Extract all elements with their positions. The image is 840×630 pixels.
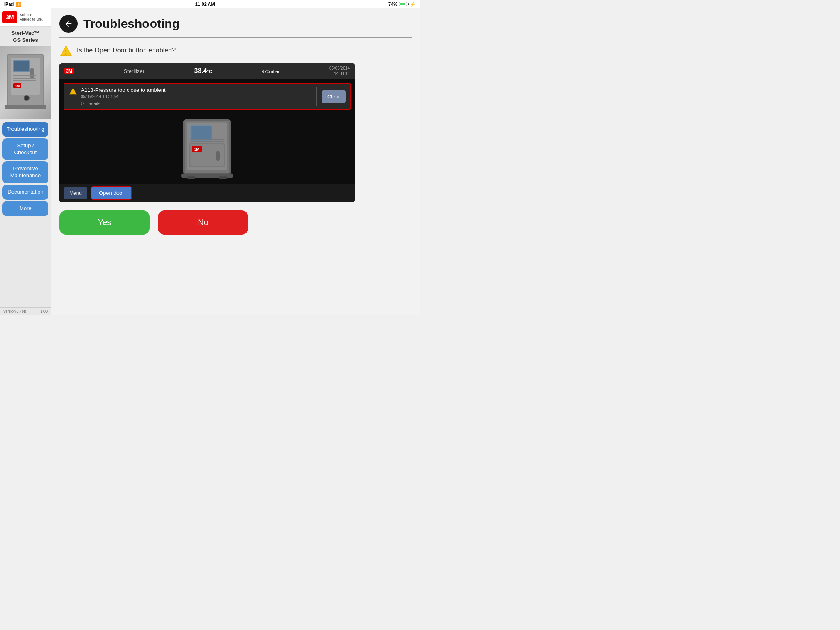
svg-rect-33 bbox=[219, 176, 227, 179]
screen-title: Sterilizer bbox=[124, 68, 145, 74]
3m-logo: 3M bbox=[2, 11, 17, 23]
alert-details: ◎ Details--- bbox=[81, 100, 311, 106]
sidebar-version: Version 0.4(4) 1.00 bbox=[0, 307, 51, 315]
alert-popup: ! A118-Pressure too close to ambient 05/… bbox=[64, 83, 351, 110]
page-header: Troubleshooting bbox=[59, 15, 412, 38]
svg-rect-11 bbox=[5, 105, 46, 109]
svg-point-13 bbox=[25, 96, 29, 100]
warning-section: ! Is the Open Door button enabled? bbox=[59, 44, 412, 57]
question-text: Is the Open Door button enabled? bbox=[77, 44, 176, 55]
main-content: Troubleshooting ! Is the Open Door butto… bbox=[51, 8, 420, 315]
svg-rect-26 bbox=[216, 151, 220, 161]
alert-divider bbox=[316, 87, 317, 106]
no-button[interactable]: No bbox=[158, 210, 248, 235]
svg-rect-6 bbox=[13, 75, 36, 76]
version-label: Version 0.4(4) bbox=[3, 309, 26, 313]
alert-content: ! A118-Pressure too close to ambient 05/… bbox=[68, 87, 311, 106]
status-right: 74% ⚡ bbox=[388, 2, 416, 7]
battery-percent: 74% bbox=[388, 2, 397, 7]
sterilizer-screen-svg: 3M bbox=[166, 115, 248, 179]
status-left: iPad 📶 bbox=[4, 2, 21, 7]
sidebar: 3M Science. Applied to Life. Steri-Vac™ … bbox=[0, 8, 51, 315]
svg-rect-32 bbox=[187, 176, 195, 179]
wifi-icon: 📶 bbox=[16, 2, 21, 7]
screen-datetime: 05/05/2014 14:34:14 bbox=[329, 66, 350, 76]
sidebar-header: 3M Science. Applied to Life. bbox=[0, 8, 51, 27]
sidebar-nav: Troubleshooting Setup / Checkout Prevent… bbox=[0, 119, 51, 307]
nav-setup-checkout[interactable]: Setup / Checkout bbox=[2, 138, 48, 160]
nav-preventive-maintenance[interactable]: Preventive Maintenance bbox=[2, 161, 48, 183]
svg-text:3M: 3M bbox=[194, 147, 199, 151]
screen-footer: Menu Open door bbox=[59, 184, 355, 202]
svg-rect-7 bbox=[13, 78, 36, 79]
page-title: Troubleshooting bbox=[83, 17, 180, 31]
sterilizer-area: 3M bbox=[64, 114, 351, 180]
nav-troubleshooting[interactable]: Troubleshooting bbox=[2, 122, 48, 137]
svg-rect-5 bbox=[30, 68, 34, 78]
alert-title: A118-Pressure too close to ambient bbox=[81, 87, 311, 93]
menu-button[interactable]: Menu bbox=[64, 187, 87, 199]
screen-pressure: 970mbar bbox=[262, 67, 279, 75]
svg-text:3M: 3M bbox=[15, 84, 20, 88]
svg-text:!: ! bbox=[72, 90, 73, 95]
alert-timestamp: 05/05/2014 14:31:54 bbox=[81, 94, 311, 99]
screen-3m-logo: 3M bbox=[64, 68, 74, 74]
status-time: 11:02 AM bbox=[195, 2, 215, 7]
battery-icon bbox=[399, 2, 409, 6]
svg-rect-4 bbox=[14, 61, 29, 71]
alert-warning-icon: ! bbox=[68, 87, 78, 96]
svg-rect-30 bbox=[190, 141, 224, 142]
device-screen: 3M Sterilizer 38.4°C 970mbar 05/05/2014 … bbox=[59, 63, 355, 202]
device-label: iPad bbox=[4, 2, 14, 7]
warning-icon: ! bbox=[59, 44, 73, 57]
screen-body: ! A118-Pressure too close to ambient 05/… bbox=[59, 79, 355, 184]
svg-rect-23 bbox=[191, 126, 211, 140]
svg-rect-8 bbox=[13, 80, 36, 81]
device-svg: 3M bbox=[1, 50, 50, 115]
version-number: 1.00 bbox=[40, 309, 48, 313]
status-bar: iPad 📶 11:02 AM 74% ⚡ bbox=[0, 0, 420, 8]
clear-button[interactable]: Clear bbox=[322, 90, 346, 103]
product-name: Steri-Vac™ GS Series bbox=[9, 27, 42, 46]
charging-icon: ⚡ bbox=[410, 2, 416, 7]
svg-text:!: ! bbox=[65, 49, 67, 56]
nav-documentation[interactable]: Documentation bbox=[2, 185, 48, 200]
screen-temperature: 38.4°C bbox=[194, 67, 212, 75]
back-button[interactable] bbox=[59, 15, 78, 33]
device-image: 3M bbox=[0, 46, 51, 119]
nav-more[interactable]: More bbox=[2, 201, 48, 216]
yes-button[interactable]: Yes bbox=[59, 210, 150, 235]
screen-header: 3M Sterilizer 38.4°C 970mbar 05/05/2014 … bbox=[59, 63, 355, 79]
open-door-button[interactable]: Open door bbox=[91, 186, 132, 200]
svg-rect-29 bbox=[190, 139, 224, 140]
logo-tagline: Science. Applied to Life. bbox=[20, 13, 43, 22]
alert-text-block: A118-Pressure too close to ambient 05/05… bbox=[81, 87, 311, 106]
answer-buttons: Yes No bbox=[59, 210, 412, 235]
